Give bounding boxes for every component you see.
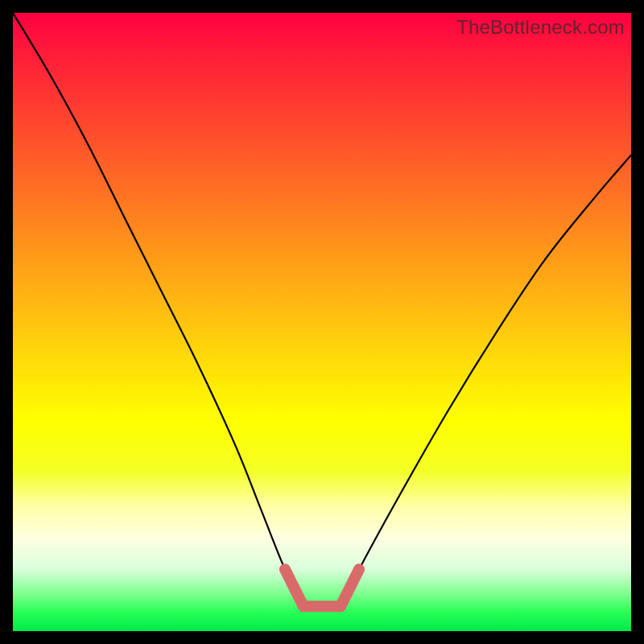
bottleneck-curve-highlight [285, 569, 359, 606]
chart-svg [13, 13, 631, 631]
bottleneck-curve-line [13, 13, 631, 609]
chart-frame: TheBottleneck.com [13, 13, 631, 631]
